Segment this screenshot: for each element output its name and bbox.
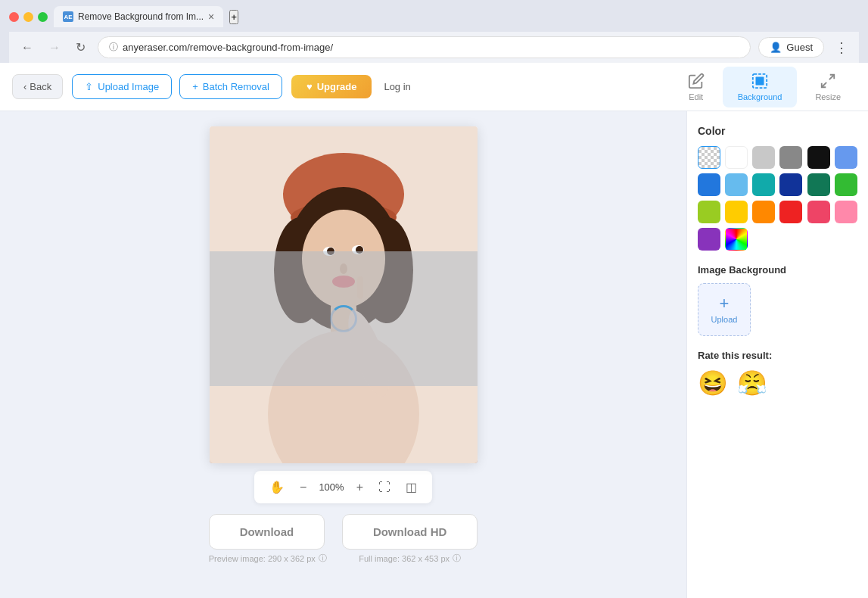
right-panel: Color (686, 111, 868, 598)
sky-blue-swatch[interactable] (725, 173, 748, 196)
download-column: Download Preview image: 290 x 362 px ⓘ (209, 514, 327, 564)
batch-label: Batch Removal (203, 81, 269, 92)
resize-label: Resize (815, 92, 841, 101)
login-button[interactable]: Log in (384, 81, 410, 92)
rate-angry-emoji[interactable]: 😤 (737, 369, 767, 397)
pan-tool-button[interactable]: ✋ (266, 477, 288, 497)
nav-tools: Edit Background Resize (673, 67, 856, 107)
guest-icon: 👤 (770, 42, 782, 53)
upload-image-button[interactable]: ⇧ Upload Image (72, 74, 172, 99)
edit-icon (688, 73, 705, 89)
light-gray-swatch[interactable] (752, 146, 775, 169)
upgrade-label: Upgrade (317, 81, 357, 92)
color-grid (698, 146, 857, 251)
red-swatch[interactable] (779, 201, 802, 223)
back-nav-button[interactable]: ← (17, 39, 38, 56)
back-button[interactable]: ‹ Back (12, 74, 63, 99)
preview-info: Preview image: 290 x 362 px ⓘ (209, 553, 327, 564)
yellow-green-swatch[interactable] (698, 201, 720, 223)
processing-overlay (210, 251, 478, 386)
tab-favicon: AE (63, 11, 73, 22)
background-icon (751, 73, 768, 89)
preview-info-icon: ⓘ (319, 553, 327, 564)
yellow-swatch[interactable] (725, 201, 748, 223)
green-swatch[interactable] (835, 173, 857, 196)
svg-rect-1 (756, 76, 764, 85)
white-swatch[interactable] (725, 146, 748, 169)
address-lock-icon: ⓘ (109, 41, 118, 54)
upload-bg-plus-icon: + (720, 295, 730, 312)
transparent-swatch[interactable] (698, 146, 720, 169)
color-section-title: Color (698, 125, 857, 137)
black-swatch[interactable] (807, 146, 830, 169)
browser-chrome: AE Remove Background from Im... × + ← → … (0, 0, 868, 63)
download-hd-button[interactable]: Download HD (342, 514, 478, 550)
resize-icon (820, 73, 836, 89)
dark-teal-swatch[interactable] (807, 173, 830, 196)
edit-tool[interactable]: Edit (673, 67, 720, 107)
edit-label: Edit (689, 92, 703, 101)
download-button[interactable]: Download (209, 514, 325, 550)
zoom-in-button[interactable]: + (353, 478, 366, 497)
download-area: Download Preview image: 290 x 362 px ⓘ D… (209, 514, 478, 564)
upgrade-heart-icon: ♥ (306, 81, 313, 92)
top-navigation: ‹ Back ⇧ Upload Image + Batch Removal ♥ … (0, 63, 868, 111)
guest-account-button[interactable]: 👤 Guest (758, 37, 824, 58)
image-container (210, 126, 478, 463)
canvas-area: ✋ − 100% + ⛶ ◫ Download Preview image: 2… (0, 111, 686, 598)
batch-removal-button[interactable]: + Batch Removal (179, 74, 282, 99)
browser-tab[interactable]: AE Remove Background from Im... × (54, 6, 223, 27)
fit-screen-button[interactable]: ⛶ (375, 478, 394, 497)
upload-bg-label: Upload (711, 315, 738, 324)
background-tool[interactable]: Background (723, 67, 798, 107)
full-info: Full image: 362 x 453 px ⓘ (342, 553, 478, 564)
gray-swatch[interactable] (779, 146, 802, 169)
upgrade-button[interactable]: ♥ Upgrade (291, 75, 372, 98)
zoom-level: 100% (319, 481, 344, 493)
loading-spinner (330, 305, 357, 332)
zoom-out-button[interactable]: − (297, 478, 310, 497)
split-view-button[interactable]: ◫ (403, 477, 420, 497)
image-toolbar: ✋ − 100% + ⛶ ◫ (254, 471, 432, 503)
dark-blue-swatch[interactable] (779, 173, 802, 196)
tab-close-button[interactable]: × (208, 11, 214, 23)
rate-emojis: 😆 😤 (698, 369, 857, 397)
main-area: ✋ − 100% + ⛶ ◫ Download Preview image: 2… (0, 111, 868, 598)
minimize-window-dot[interactable] (23, 12, 33, 22)
url-input[interactable]: ⓘ anyeraser.com/remove-background-from-i… (98, 36, 751, 58)
resize-tool[interactable]: Resize (800, 67, 856, 107)
app-container: ‹ Back ⇧ Upload Image + Batch Removal ♥ … (0, 63, 868, 598)
image-bg-title: Image Background (698, 264, 857, 276)
upload-background-button[interactable]: + Upload (698, 283, 751, 336)
light-blue-swatch[interactable] (835, 146, 857, 169)
rate-title: Rate this result: (698, 350, 857, 361)
blue-swatch[interactable] (698, 173, 720, 196)
pink-red-swatch[interactable] (807, 201, 830, 223)
back-label: Back (30, 81, 51, 92)
rate-happy-emoji[interactable]: 😆 (698, 369, 728, 397)
svg-line-3 (822, 82, 826, 86)
orange-swatch[interactable] (752, 201, 775, 223)
maximize-window-dot[interactable] (38, 12, 48, 22)
pink-swatch[interactable] (835, 201, 857, 223)
teal-swatch[interactable] (752, 173, 775, 196)
window-controls (9, 12, 48, 22)
new-tab-button[interactable]: + (229, 10, 238, 24)
rainbow-swatch[interactable] (725, 228, 748, 251)
background-label: Background (738, 92, 782, 101)
full-info-icon: ⓘ (453, 553, 461, 564)
upload-icon: ⇧ (85, 81, 93, 92)
guest-label: Guest (786, 42, 813, 53)
url-text: anyeraser.com/remove-background-from-ima… (123, 42, 333, 53)
upload-label: Upload Image (98, 81, 159, 92)
tab-title: Remove Background from Im... (78, 11, 204, 22)
address-bar: ← → ↻ ⓘ anyeraser.com/remove-background-… (9, 32, 859, 63)
refresh-button[interactable]: ↻ (71, 39, 90, 56)
batch-plus-icon: + (192, 81, 198, 92)
svg-line-2 (829, 74, 834, 79)
forward-nav-button[interactable]: → (44, 39, 65, 56)
purple-swatch[interactable] (698, 228, 720, 251)
close-window-dot[interactable] (9, 12, 19, 22)
browser-menu-button[interactable]: ⋮ (832, 39, 851, 56)
back-chevron-icon: ‹ (23, 81, 26, 92)
